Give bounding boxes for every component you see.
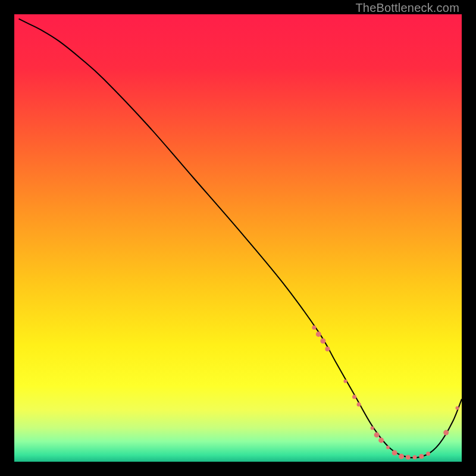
marker-dot bbox=[399, 453, 404, 459]
marker-dot bbox=[413, 455, 417, 459]
chart-svg bbox=[14, 14, 462, 462]
marker-dot bbox=[386, 446, 390, 449]
marker-dot bbox=[426, 452, 430, 456]
marker-dot bbox=[325, 346, 330, 351]
marker-dot bbox=[392, 450, 397, 455]
marker-dot bbox=[357, 402, 361, 406]
marker-dot bbox=[378, 437, 384, 443]
marker-dot bbox=[455, 406, 459, 410]
marker-dot bbox=[343, 380, 347, 383]
marker-dot bbox=[443, 430, 449, 436]
marker-dot bbox=[374, 432, 380, 437]
marker-dot bbox=[406, 455, 411, 459]
watermark-text: TheBottleneck.com bbox=[355, 1, 459, 15]
marker-dot bbox=[419, 454, 424, 459]
marker-dot bbox=[352, 394, 356, 399]
marker-dot bbox=[316, 331, 321, 337]
marker-dot bbox=[312, 325, 316, 330]
plot-background bbox=[14, 14, 462, 462]
marker-dot bbox=[320, 338, 325, 343]
marker-dot bbox=[371, 427, 374, 430]
